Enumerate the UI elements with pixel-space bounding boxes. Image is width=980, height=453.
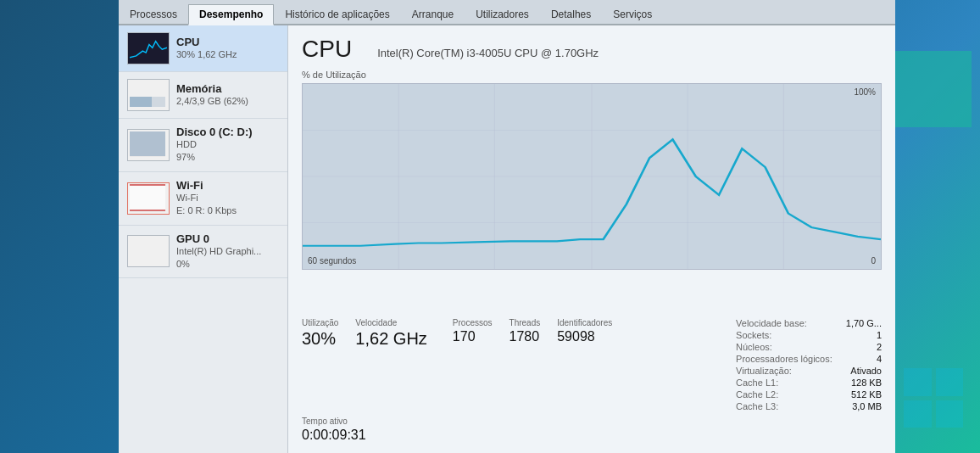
detail-nucleos-label: Núcleos: xyxy=(736,342,832,352)
content-area: CPU 30% 1,62 GHz Memória 2,4/3,9 GB (62%… xyxy=(119,25,895,453)
decorative-teal-square xyxy=(895,51,972,127)
wifi-thumbnail xyxy=(127,182,170,215)
detail-cache-l2-label: Cache L2: xyxy=(736,389,832,400)
svg-rect-3 xyxy=(130,131,165,156)
stat-threads: Threads 1780 xyxy=(509,318,541,344)
cpu-sidebar-info: CPU 30% 1,62 GHz xyxy=(176,36,237,61)
stat-tempo-ativo: Tempo ativo 0:00:09:31 xyxy=(302,417,882,443)
stat-velocidade: Velocidade 1,62 GHz xyxy=(355,318,426,348)
stat-utilizacao: Utilização 30% xyxy=(302,318,338,348)
detail-proc-log-label: Processadores lógicos: xyxy=(736,354,832,364)
tab-historico[interactable]: Histórico de aplicações xyxy=(274,4,400,24)
stat-utilizacao-value: 30% xyxy=(302,329,338,348)
mem-thumbnail xyxy=(127,79,170,111)
disk-sidebar-info: Disco 0 (C: D:) HDD 97% xyxy=(176,126,253,165)
cpu-graph-svg xyxy=(303,84,881,269)
sidebar-item-cpu[interactable]: CPU 30% 1,62 GHz xyxy=(119,25,287,72)
stats-group-middle: Processos 170 Threads 1780 Identificador… xyxy=(453,318,612,344)
wifi-sidebar-title: Wi-Fi xyxy=(176,179,237,192)
graph-y-max-label: 100% xyxy=(854,87,876,97)
stat-threads-label: Threads xyxy=(509,318,541,327)
graph-x-label: 60 segundos xyxy=(308,256,356,266)
stat-processos: Processos 170 xyxy=(453,318,493,344)
stats-details: Velocidade base: 1,70 G... Sockets: 1 Nú… xyxy=(736,318,882,411)
detail-proc-log-value: 4 xyxy=(846,354,882,364)
tab-detalhes[interactable]: Detalhes xyxy=(540,4,602,24)
sidebar-item-disk[interactable]: Disco 0 (C: D:) HDD 97% xyxy=(119,119,287,172)
wifi-sidebar-info: Wi-Fi Wi-Fi E: 0 R: 0 Kbps xyxy=(176,179,237,218)
stat-processos-value: 170 xyxy=(453,329,493,344)
mem-sidebar-title: Memória xyxy=(176,82,248,95)
uptime-section: Tempo ativo 0:00:09:31 xyxy=(302,417,882,443)
tab-bar: Processos Desempenho Histórico de aplica… xyxy=(119,0,895,25)
svg-rect-7 xyxy=(130,238,165,263)
tab-utilizadores[interactable]: Utilizadores xyxy=(465,4,540,24)
stat-tempo-ativo-value: 0:00:09:31 xyxy=(302,428,882,443)
detail-sockets-value: 1 xyxy=(846,330,882,340)
tab-servicos[interactable]: Serviços xyxy=(602,4,663,24)
detail-cache-l2-value: 512 KB xyxy=(846,389,882,400)
cpu-main-title: CPU xyxy=(302,36,352,63)
stats-row: Utilização 30% Velocidade 1,62 GHz Proce… xyxy=(302,318,882,411)
main-content: CPU Intel(R) Core(TM) i3-4005U CPU @ 1.7… xyxy=(288,25,895,453)
stat-identificadores-value: 59098 xyxy=(557,329,612,344)
detail-cache-l3-label: Cache L3: xyxy=(736,401,832,411)
svg-rect-1 xyxy=(130,97,152,107)
cpu-thumbnail xyxy=(127,32,170,64)
stat-velocidade-value: 1,62 GHz xyxy=(355,329,426,348)
tab-desempenho[interactable]: Desempenho xyxy=(188,4,274,25)
task-manager-window: Processos Desempenho Histórico de aplica… xyxy=(119,0,895,453)
graph-y-label: % de Utilização xyxy=(302,70,882,80)
tab-arranque[interactable]: Arranque xyxy=(401,4,465,24)
gpu-sidebar-subtitle1: Intel(R) HD Graphi... xyxy=(176,245,261,258)
stat-threads-value: 1780 xyxy=(509,329,541,344)
cpu-graph: 100% 0 60 segundos xyxy=(302,83,882,270)
gpu-thumbnail xyxy=(127,235,170,267)
sidebar-item-memory[interactable]: Memória 2,4/3,9 GB (62%) xyxy=(119,72,287,119)
graph-y-zero-label: 0 xyxy=(871,256,876,266)
mem-sidebar-info: Memória 2,4/3,9 GB (62%) xyxy=(176,82,248,108)
detail-nucleos-value: 2 xyxy=(846,342,882,352)
wifi-sidebar-subtitle2: E: 0 R: 0 Kbps xyxy=(176,204,237,217)
cpu-model-name: Intel(R) Core(TM) i3-4005U CPU @ 1.70GHz xyxy=(377,47,599,59)
gpu-sidebar-subtitle2: 0% xyxy=(176,258,261,271)
detail-cache-l1-label: Cache L1: xyxy=(736,378,832,388)
cpu-sidebar-subtitle: 30% 1,62 GHz xyxy=(176,48,237,61)
graph-section: % de Utilização xyxy=(302,70,882,311)
detail-virt-value: Ativado xyxy=(846,366,882,376)
detail-cache-l3-value: 3,0 MB xyxy=(846,401,882,411)
stats-group-left: Utilização 30% Velocidade 1,62 GHz xyxy=(302,318,427,348)
stat-tempo-ativo-label: Tempo ativo xyxy=(302,417,882,426)
sidebar-item-wifi[interactable]: Wi-Fi Wi-Fi E: 0 R: 0 Kbps xyxy=(119,172,287,226)
stat-processos-label: Processos xyxy=(453,318,493,327)
sidebar: CPU 30% 1,62 GHz Memória 2,4/3,9 GB (62%… xyxy=(119,25,288,453)
disk-sidebar-subtitle1: HDD xyxy=(176,138,253,151)
detail-vel-base-label: Velocidade base: xyxy=(736,318,832,328)
stat-identificadores-label: Identificadores xyxy=(557,318,612,327)
cpu-header: CPU Intel(R) Core(TM) i3-4005U CPU @ 1.7… xyxy=(302,36,882,63)
wifi-sidebar-subtitle1: Wi-Fi xyxy=(176,192,237,204)
detail-vel-base-value: 1,70 G... xyxy=(846,318,882,328)
stat-utilizacao-label: Utilização xyxy=(302,318,338,327)
gpu-sidebar-info: GPU 0 Intel(R) HD Graphi... 0% xyxy=(176,232,261,271)
tab-processos[interactable]: Processos xyxy=(119,4,188,24)
sidebar-item-gpu[interactable]: GPU 0 Intel(R) HD Graphi... 0% xyxy=(119,226,287,279)
disk-thumbnail xyxy=(127,129,170,161)
mem-sidebar-subtitle: 2,4/3,9 GB (62%) xyxy=(176,95,248,108)
svg-rect-4 xyxy=(130,185,165,210)
disk-sidebar-subtitle2: 97% xyxy=(176,151,253,164)
detail-virt-label: Virtualização: xyxy=(736,366,832,376)
cpu-sidebar-title: CPU xyxy=(176,36,237,48)
disk-sidebar-title: Disco 0 (C: D:) xyxy=(176,126,253,138)
stat-identificadores: Identificadores 59098 xyxy=(557,318,612,344)
detail-sockets-label: Sockets: xyxy=(736,330,832,340)
stat-velocidade-label: Velocidade xyxy=(355,318,426,327)
detail-cache-l1-value: 128 KB xyxy=(846,378,882,388)
gpu-sidebar-title: GPU 0 xyxy=(176,232,261,245)
